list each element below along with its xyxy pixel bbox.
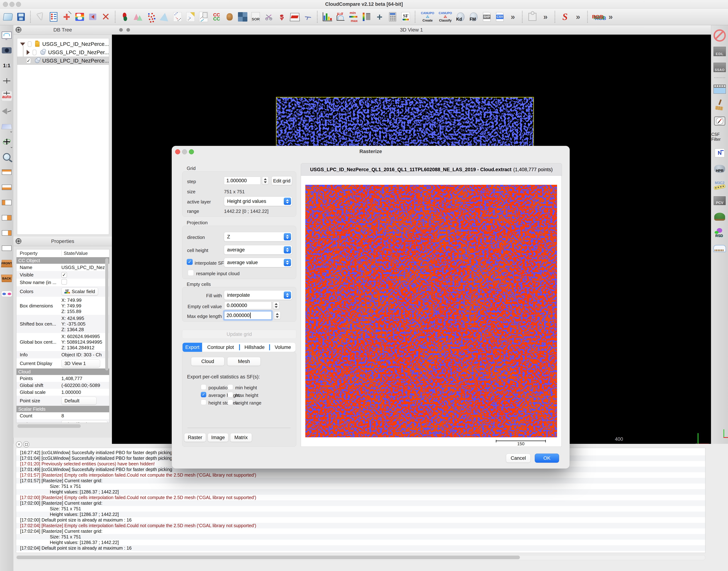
facets-icon[interactable]: FM [469,12,479,22]
rgb-tool-icon[interactable]: RGB [592,12,603,22]
csf-filter-label[interactable]: CSF Filter [711,131,728,142]
histogram-icon[interactable] [322,12,333,22]
tree-item-label[interactable]: USGS_LPC_ID_NezPerce... [42,41,109,47]
tree-item-group[interactable]: USGS_LPC_ID_NezPerce... [17,40,109,48]
pivot-rotation-icon[interactable] [1,106,12,116]
view-right-icon[interactable] [1,213,12,223]
point-picking-icon[interactable] [35,12,46,22]
export-matrix-button[interactable]: Matrix [230,433,252,442]
edit-grid-button[interactable]: Edit grid [271,176,292,185]
cloud-measure-icon[interactable] [713,243,726,254]
minimize-window-button[interactable] [9,2,14,7]
interpolate-colors-icon[interactable] [237,12,248,22]
cross-section-icon[interactable] [289,12,300,22]
current-display-dropdown[interactable]: 3D View 1 [62,359,100,367]
back-view-icon[interactable]: BACK [1,273,12,284]
clean-broom-icon[interactable] [713,99,726,111]
rsd-icon[interactable]: RSD [713,227,726,238]
fill-with-select[interactable]: interpolate [224,291,292,300]
sf-color-scale-icon[interactable]: SF [400,12,411,22]
sample-points-icon[interactable]: ⋰ [198,12,209,22]
caret-down-icon[interactable] [20,42,25,46]
edl-shader-icon[interactable]: EDL [713,46,726,57]
float-panel-icon[interactable] [16,27,21,33]
hpr-icon[interactable]: HPR [713,163,726,175]
subsample-icon[interactable] [146,12,157,22]
tree-checkbox-unchecked[interactable] [33,49,36,55]
animation-film-icon[interactable] [713,84,726,95]
cloudcompare-distance-icon[interactable]: CCCC [211,12,222,22]
max-height-checkbox-unchecked[interactable] [228,392,233,397]
view-bottom-icon[interactable] [1,182,12,193]
overflow-chevron-icon[interactable]: » [540,12,551,22]
shp-export-icon[interactable]: SHP [482,12,492,22]
tab-export-active[interactable]: Export [183,343,202,352]
update-grid-button-disabled[interactable]: Update grid [182,330,296,339]
min-height-checkbox-unchecked[interactable] [228,384,233,390]
average-height-checkbox-checked[interactable]: ✓ [201,392,206,397]
sor-filter-icon[interactable]: SOR [250,12,261,22]
ssao-shader-icon[interactable]: SSAO [713,62,726,73]
point-list-picking-icon[interactable] [48,12,59,22]
tree-checkbox-unchecked[interactable] [28,41,31,47]
properties-table[interactable]: Property State/Value CC Object NameUSGS_… [16,249,109,423]
step-input[interactable]: 1.000000 [224,177,261,185]
plugin-puzzle-icon[interactable] [527,12,538,22]
export-raster-button[interactable]: Raster [184,433,206,442]
tree-item-cloud-selected[interactable]: ✓ USGS_LPC_ID_NezPerce... [17,56,109,65]
spline-tool-icon[interactable]: S [560,12,570,22]
view3d-close-icon[interactable] [119,28,123,32]
kd-tree-icon[interactable]: Kd [456,12,466,22]
fine-registration-icon[interactable] [88,12,98,22]
delete-sf-icon[interactable] [361,12,372,22]
view3d-float-icon[interactable] [126,28,130,32]
icp-register-icon[interactable] [224,12,235,22]
pan-rotate-icon[interactable]: ⌄ [1,136,12,147]
active-layer-select[interactable]: Height grid values [224,197,292,206]
overflow-chevron-icon[interactable]: » [605,12,616,22]
height-std-checkbox-unchecked[interactable] [201,399,206,405]
console-float-icon[interactable] [23,441,29,447]
center-camera-icon[interactable] [1,76,12,86]
interpolate-sf-checkbox-checked[interactable]: ✓ [187,259,193,265]
interpolate-sf-select[interactable]: average value [224,258,292,267]
tab-contour-plot[interactable]: Contour plot [202,343,239,352]
export-image-button[interactable]: Image [208,433,228,442]
cloud-cloud-distance-icon[interactable]: ⋰⋰→ [172,12,183,22]
export-mesh-button[interactable]: Mesh [227,357,261,366]
console-hscrollbar-thumb[interactable] [16,556,520,559]
align-clouds-icon[interactable] [75,12,85,22]
db-tree-list[interactable]: USGS_LPC_ID_NezPerce... USGS_LPC_ID_NezP… [17,38,109,235]
resample-checkbox-unchecked[interactable] [188,270,194,276]
canupo-classify-icon[interactable]: CANUPO⁂Classify [438,12,453,22]
visible-checkbox-checked[interactable]: ✓ [62,272,67,278]
zoom-magnifier-icon[interactable] [1,152,12,162]
sf-arithmetic-icon[interactable] [387,12,398,22]
point-pair-align-icon[interactable] [62,12,72,22]
view-back-iso-icon[interactable] [1,243,12,253]
add-sf-icon[interactable]: + [374,12,385,22]
segment-scissors-icon[interactable] [263,12,274,22]
clone-icon[interactable] [120,12,131,22]
point-size-dropdown[interactable]: Default [62,397,97,405]
properties-hscrollbar[interactable] [17,424,81,428]
save-icon[interactable] [16,12,26,22]
refresh-display-icon[interactable] [1,30,12,40]
ok-button[interactable]: OK [535,454,559,463]
colors-dropdown[interactable]: SFScalar field [62,288,98,296]
sf-gradient-icon[interactable]: minmax [348,12,359,22]
close-window-button[interactable] [3,2,8,7]
cloud-mesh-distance-icon[interactable]: ⋰→ [185,12,196,22]
open-icon[interactable] [3,12,13,22]
overflow-chevron-icon[interactable]: » [508,12,518,22]
delete-icon[interactable]: ✕ [101,12,111,22]
cancel-button[interactable]: Cancel [506,454,530,463]
tab-volume[interactable]: Volume [270,343,295,352]
empty-cell-value-input[interactable]: 0.000000 [224,302,271,309]
console-hscrollbar-track[interactable] [16,555,705,560]
console-close-icon[interactable]: ✕ [16,441,22,447]
overflow-chevron-icon[interactable]: » [573,12,583,22]
view-front-iso-icon[interactable] [1,228,12,238]
m3c2-icon[interactable]: M3C2 [713,179,726,191]
stereo-glasses-icon[interactable] [1,289,12,299]
